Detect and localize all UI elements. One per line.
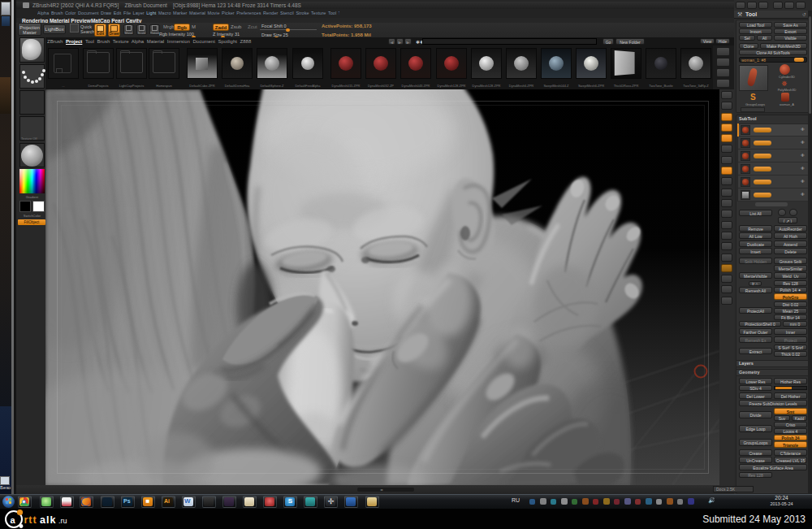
svg-text:.ru: .ru	[58, 517, 67, 525]
svg-text:alk: alk	[40, 514, 56, 526]
svg-text:rtt: rtt	[24, 514, 37, 526]
svg-text:a: a	[11, 515, 16, 525]
